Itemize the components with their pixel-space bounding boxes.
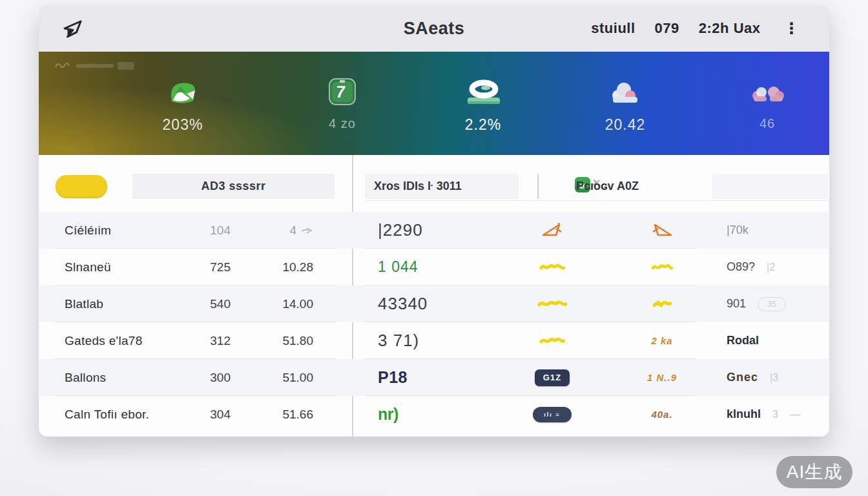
banner-logo xyxy=(53,58,137,75)
row-name: Ballons xyxy=(65,359,106,396)
row-name: Gateds e'la78 xyxy=(65,322,143,359)
stat-value: 20.42 xyxy=(605,116,646,134)
row-name: Cíéléıim xyxy=(65,212,111,249)
header-cell-middle[interactable]: Xros IDIs ŀ 3011 xyxy=(365,174,519,199)
titlebar: SAeats stuiull 079 2:2h Uax ⋮ xyxy=(39,5,829,52)
scribble-icon xyxy=(520,285,584,322)
yellow-filter-button[interactable] xyxy=(56,175,107,198)
row-val: 10.28 xyxy=(282,260,313,274)
row-qty: 725 xyxy=(153,249,231,285)
scribble-icon xyxy=(630,285,694,322)
table-row[interactable]: Gateds e'la78 312 51.80 3 71) 2 ka Rodal xyxy=(39,322,829,359)
right-text: Gnec xyxy=(727,371,758,384)
status-text-b: 079 xyxy=(655,20,679,37)
annotation-text: 1 N..9 xyxy=(647,372,677,383)
scribble-icon xyxy=(520,322,584,359)
row-val: 51.80 xyxy=(282,334,313,348)
cloud-icon xyxy=(609,74,641,107)
flag-icon xyxy=(520,212,584,249)
row-val: 4 xyxy=(289,223,296,238)
clouds-icon xyxy=(749,74,785,107)
right-text: klnuhl xyxy=(727,408,761,421)
table-row[interactable]: Caln Tofiı ebor. 304 51.66 nr) ılı ≡ 40a… xyxy=(39,396,829,433)
mid-value: |2290 xyxy=(378,212,423,249)
row-name: Blatlab xyxy=(65,285,103,322)
seven-tile-icon: 7 xyxy=(327,74,358,107)
row-val: 14.00 xyxy=(282,297,313,311)
scribble-icon xyxy=(630,249,694,285)
stat-value: 4 zo xyxy=(329,116,356,131)
flag-icon xyxy=(630,212,694,249)
table-row[interactable]: Blatlab 540 14.00 43340 901 35 xyxy=(39,285,829,322)
header-cell-right[interactable]: Pcıoɢv A0Z xyxy=(537,174,710,199)
stat-clouds[interactable]: 46 xyxy=(712,74,822,145)
mid-value: 3 71) xyxy=(378,322,419,359)
scribble-icon xyxy=(520,249,584,285)
data-table: AD3 ssssrr Xros IDIs ŀ 3011 a ✕ Pcıoɢv A… xyxy=(39,155,829,437)
row-qty: 304 xyxy=(153,396,231,433)
right-text: |70k xyxy=(727,223,749,237)
row-name: Slnaneü xyxy=(65,249,111,285)
table-row[interactable]: Ballons 300 51.00 P18 G1Z 1 N..9 Gnec |3 xyxy=(39,359,829,396)
stats-banner: 203% 7 4 zo 2.2 xyxy=(39,52,829,155)
mid-value: 43340 xyxy=(378,285,428,322)
stat-value: 203% xyxy=(163,116,203,134)
disc-tile-icon xyxy=(464,74,502,107)
ai-generated-watermark: AI生成 xyxy=(776,456,852,488)
stat-disc[interactable]: 2.2% xyxy=(428,74,538,145)
table-row[interactable]: Cíéléıim 104 4 |2290 xyxy=(39,212,829,249)
stat-seven[interactable]: 7 4 zo xyxy=(287,74,397,145)
stat-value: 46 xyxy=(760,116,775,131)
kebab-menu-icon[interactable]: ⋮ xyxy=(780,19,804,37)
app-window: SAeats stuiull 079 2:2h Uax ⋮ xyxy=(39,5,829,437)
header-cell-left[interactable]: AD3 ssssrr xyxy=(132,174,335,199)
row-name: Caln Tofiı ebor. xyxy=(65,396,149,433)
status-text-c: 2:2h Uax xyxy=(699,20,761,37)
mid-value: P18 xyxy=(378,359,408,396)
table-row[interactable]: Slnaneü 725 10.28 1 044 O89? |2 xyxy=(39,249,829,285)
table-body: Cíéléıim 104 4 |2290 xyxy=(39,212,829,433)
mid-value: 1 044 xyxy=(378,249,418,285)
right-text: 901 xyxy=(727,297,746,311)
chat-badge: G1Z xyxy=(535,369,570,386)
row-val: 51.00 xyxy=(282,371,313,385)
mountain-chart-icon xyxy=(166,74,200,107)
arrow-right-icon xyxy=(300,226,313,235)
right-faint-text: |3 xyxy=(770,372,778,384)
header-cell-far[interactable] xyxy=(712,174,828,199)
annotation-text: 2 ka xyxy=(651,335,672,346)
stat-growth[interactable]: 203% xyxy=(128,74,238,145)
header-underline xyxy=(365,200,828,201)
row-val: 51.66 xyxy=(282,408,313,422)
pill-badge: ılı ≡ xyxy=(533,407,572,422)
right-text: Rodal xyxy=(727,334,759,347)
right-faint-text: |2 xyxy=(767,262,775,273)
mid-value: nr) xyxy=(378,396,398,433)
right-faint-text: 3 xyxy=(772,409,778,420)
row-qty: 540 xyxy=(153,285,231,322)
right-text: O89? xyxy=(727,260,755,274)
right-dash: — xyxy=(790,409,800,420)
row-qty: 300 xyxy=(153,359,231,396)
row-qty: 312 xyxy=(153,322,231,359)
titlebar-right: stuiull 079 2:2h Uax ⋮ xyxy=(591,5,803,52)
status-text-a: stuiull xyxy=(591,20,635,37)
pill-toggle[interactable]: 35 xyxy=(758,297,786,311)
annotation-text: 40a. xyxy=(651,409,672,420)
stat-value: 2.2% xyxy=(465,116,501,134)
row-qty: 104 xyxy=(153,212,231,249)
stat-cloud[interactable]: 20.42 xyxy=(570,74,680,145)
